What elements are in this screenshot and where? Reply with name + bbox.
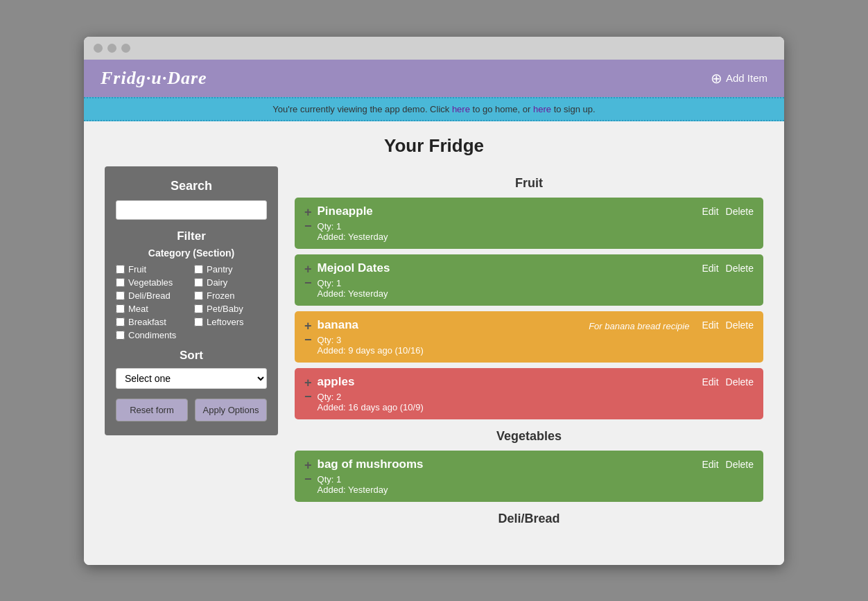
checkbox-condiments-input[interactable]: [116, 331, 125, 340]
dot-green: [121, 44, 130, 53]
category-grid: Fruit Pantry Vegetables Dairy: [116, 264, 267, 327]
checkbox-petbaby-input[interactable]: [194, 304, 203, 313]
section-heading-deli: Deli/Bread: [295, 512, 763, 526]
search-input[interactable]: [116, 200, 267, 220]
checkbox-pantry[interactable]: Pantry: [194, 264, 267, 275]
checkbox-vegetables-input[interactable]: [116, 278, 125, 287]
item-controls-mejool: + −: [304, 263, 312, 289]
item-name-apples: apples: [318, 375, 697, 389]
checkbox-fruit-input[interactable]: [116, 265, 125, 274]
item-name-banana: banana: [318, 318, 501, 332]
checkbox-fruit[interactable]: Fruit: [116, 264, 189, 275]
item-actions-apples: Edit Delete: [702, 375, 754, 387]
delete-button-mushrooms[interactable]: Delete: [726, 459, 754, 470]
checkbox-meat[interactable]: Meat: [116, 304, 189, 314]
page-title: Your Fridge: [105, 135, 763, 157]
checkbox-breakfast[interactable]: Breakfast: [116, 317, 189, 327]
dot-yellow: [107, 44, 116, 53]
decrement-button-mushrooms[interactable]: −: [304, 473, 312, 485]
decrement-button-mejool[interactable]: −: [304, 277, 312, 289]
item-name-pineapple: Pineapple: [318, 204, 697, 218]
item-qty-apples: Qty: 2: [318, 392, 697, 402]
sort-label: Sort: [116, 349, 267, 363]
item-actions-banana: Edit Delete: [702, 318, 754, 331]
app-header: Fridg·u·Dare ⊕ Add Item: [84, 60, 784, 97]
demo-text-after: to sign up.: [551, 104, 596, 114]
increment-button-banana[interactable]: +: [304, 320, 312, 332]
item-body-apples: apples Qty: 2 Added: 16 days ago (10/9): [318, 375, 697, 412]
checkbox-frozen[interactable]: Frozen: [194, 290, 267, 301]
browser-chrome: [84, 37, 784, 60]
delete-button-apples[interactable]: Delete: [726, 376, 754, 387]
checkbox-leftovers[interactable]: Leftovers: [194, 317, 267, 327]
checkbox-vegetables[interactable]: Vegetables: [116, 277, 189, 288]
reset-form-button[interactable]: Reset form: [116, 399, 188, 421]
item-note-banana: For banana bread recipie: [589, 321, 689, 331]
item-name-mejool: Mejool Dates: [318, 261, 697, 275]
list-item: + − banana Qty: 3 Added: 9 days ago (10/…: [295, 311, 763, 363]
add-item-button[interactable]: ⊕ Add Item: [711, 70, 767, 87]
item-qty-banana: Qty: 3: [318, 335, 501, 345]
increment-button-mejool[interactable]: +: [304, 263, 312, 275]
item-actions-mejool: Edit Delete: [702, 261, 754, 274]
demo-link-signup[interactable]: here: [533, 104, 551, 114]
layout: Search Filter Category (Section) Fruit P…: [105, 166, 763, 533]
item-body-pineapple: Pineapple Qty: 1 Added: Yesterday: [318, 204, 697, 242]
list-item: + − apples Qty: 2 Added: 16 days ago (10…: [295, 368, 763, 419]
item-added-apples: Added: 16 days ago (10/9): [318, 402, 697, 412]
checkbox-leftovers-input[interactable]: [194, 317, 203, 326]
edit-button-mejool[interactable]: Edit: [702, 263, 718, 274]
item-body-banana: banana Qty: 3 Added: 9 days ago (10/16): [318, 318, 501, 356]
checkbox-dairy-input[interactable]: [194, 278, 203, 287]
demo-text-middle: to go home, or: [470, 104, 533, 114]
checkbox-meat-input[interactable]: [116, 304, 125, 313]
list-item: + − bag of mushrooms Qty: 1 Added: Yeste…: [295, 451, 763, 502]
checkbox-deli[interactable]: Deli/Bread: [116, 290, 189, 301]
checkbox-pantry-input[interactable]: [194, 265, 203, 274]
edit-button-apples[interactable]: Edit: [702, 376, 718, 387]
item-qty-pineapple: Qty: 1: [318, 221, 697, 232]
item-added-mejool: Added: Yesterday: [318, 288, 697, 299]
section-heading-fruit: Fruit: [295, 176, 763, 191]
delete-button-pineapple[interactable]: Delete: [726, 206, 754, 217]
add-item-label: Add Item: [726, 72, 767, 84]
checkbox-breakfast-input[interactable]: [116, 317, 125, 326]
increment-button-mushrooms[interactable]: +: [304, 459, 312, 471]
section-heading-vegetables: Vegetables: [295, 429, 763, 444]
item-added-pineapple: Added: Yesterday: [318, 232, 697, 242]
edit-button-pineapple[interactable]: Edit: [702, 206, 718, 217]
items-area: Fruit + − Pineapple Qty: 1 Added: Yester…: [295, 166, 763, 533]
checkbox-dairy[interactable]: Dairy: [194, 277, 267, 288]
checkbox-condiments[interactable]: Condiments: [116, 330, 267, 340]
decrement-button-banana[interactable]: −: [304, 333, 312, 346]
item-actions-mushrooms: Edit Delete: [702, 458, 754, 470]
demo-bar: You're currently viewing the app demo. C…: [84, 97, 784, 121]
checkbox-deli-input[interactable]: [116, 291, 125, 300]
checkbox-petbaby[interactable]: Pet/Baby: [194, 304, 267, 314]
delete-button-banana[interactable]: Delete: [726, 320, 754, 331]
item-added-banana: Added: 9 days ago (10/16): [318, 345, 501, 356]
increment-button-pineapple[interactable]: +: [304, 206, 312, 218]
checkbox-frozen-input[interactable]: [194, 291, 203, 300]
browser-window: Fridg·u·Dare ⊕ Add Item You're currently…: [84, 37, 784, 565]
item-controls-mushrooms: + −: [304, 459, 312, 485]
sort-select[interactable]: Select one Name (A-Z) Name (Z-A) Date Ad…: [116, 368, 267, 389]
decrement-button-pineapple[interactable]: −: [304, 220, 312, 232]
item-controls-banana: + −: [304, 320, 312, 346]
item-qty-mushrooms: Qty: 1: [318, 474, 697, 485]
demo-link-home[interactable]: here: [452, 104, 470, 114]
apply-options-button[interactable]: Apply Options: [195, 399, 267, 421]
increment-button-apples[interactable]: +: [304, 376, 312, 389]
edit-button-mushrooms[interactable]: Edit: [702, 459, 718, 470]
filter-label: Filter: [116, 229, 267, 243]
sidebar-buttons: Reset form Apply Options: [116, 399, 267, 421]
add-item-icon: ⊕: [711, 70, 722, 87]
edit-button-banana[interactable]: Edit: [702, 320, 718, 331]
decrement-button-apples[interactable]: −: [304, 390, 312, 403]
sidebar: Search Filter Category (Section) Fruit P…: [105, 166, 278, 435]
item-controls-apples: + −: [304, 376, 312, 403]
list-item: + − Pineapple Qty: 1 Added: Yesterday Ed…: [295, 198, 763, 249]
demo-text-before: You're currently viewing the app demo. C…: [272, 104, 452, 114]
app-logo: Fridg·u·Dare: [101, 68, 207, 89]
delete-button-mejool[interactable]: Delete: [726, 263, 754, 274]
